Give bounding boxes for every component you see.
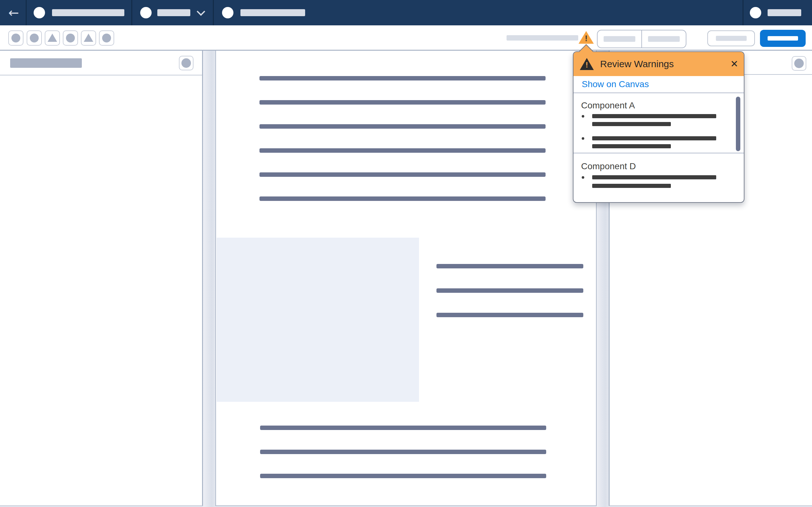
warning-triangle-icon: ! [578,31,594,44]
canvas-image-placeholder[interactable] [217,238,419,402]
back-arrow-icon: ← [8,5,19,20]
greeked-text-line [260,450,546,454]
toolbar-icon-button-1[interactable] [8,31,23,46]
popover-title: Review Warnings [600,59,674,69]
button-label-placeholder [768,36,798,41]
avatar-circle-icon [222,7,234,18]
circle-icon [794,59,804,68]
review-warnings-popover: ! Review Warnings ✕ Show on Canvas Compo… [573,51,745,203]
circle-icon [11,34,20,43]
nav-menu-primary[interactable] [34,0,124,25]
nav-label-placeholder [241,9,305,16]
bullet-icon [582,115,584,118]
nav-divider [131,0,132,25]
greeked-warning-text [592,136,716,148]
triangle-icon [48,34,57,42]
greeked-text-line [437,288,583,293]
toolbar-icon-button-2[interactable] [27,31,42,46]
close-button[interactable]: ✕ [728,58,740,70]
close-icon: ✕ [730,59,738,69]
exclamation-mark: ! [585,34,588,43]
bullet-icon [582,176,584,179]
greeked-text-line [260,426,546,430]
greeked-text-line [592,175,716,179]
greeked-text-line [260,474,546,478]
greeked-text-line [592,122,671,126]
triangle-icon [84,34,93,42]
bullet-icon [582,137,584,140]
warning-bullet-item [581,136,744,148]
toolbar-icon-button-6[interactable] [99,31,114,46]
canvas-text-component[interactable] [259,76,546,221]
secondary-action-button[interactable] [707,31,755,46]
chevron-down-icon [197,7,205,16]
nav-divider [213,0,214,25]
popover-link-row: Show on Canvas [573,76,744,93]
builder-canvas[interactable] [215,51,597,506]
scrollbar-thumb[interactable] [736,97,740,151]
greeked-text-line [437,264,583,268]
back-button[interactable]: ← [6,6,21,20]
nav-divider [26,0,27,25]
toolbar: ! [0,25,812,51]
nav-label-placeholder [52,9,124,16]
warning-section-component-d: Component D [573,153,744,201]
nav-label-placeholder [157,9,190,16]
greeked-text-line [592,184,671,188]
greeked-text-line [259,76,546,80]
greeked-text-line [259,124,546,129]
greeked-text-line [259,172,546,177]
segmented-button-group [597,30,687,48]
toolbar-icon-button-4[interactable] [63,31,78,46]
greeked-text-line [592,136,716,140]
avatar-circle-icon [750,7,761,18]
nav-label-placeholder [768,9,801,16]
greeked-text-line [259,196,546,201]
warning-section-component-a: Component A [573,93,744,153]
sidebar-collapse-button[interactable] [179,56,194,70]
warning-section-title: Component D [581,161,744,172]
circle-icon [102,34,111,43]
button-label-placeholder [716,36,747,41]
segmented-button-right[interactable] [642,31,686,48]
review-warnings-button[interactable]: ! [578,31,594,44]
exclamation-mark: ! [586,61,588,69]
nav-divider [743,0,744,25]
canvas-text-component[interactable] [260,426,546,498]
primary-action-button[interactable] [760,30,806,47]
greeked-text-line [437,313,583,317]
status-text-placeholder [507,35,578,41]
toolbar-icon-button-5[interactable] [81,31,96,46]
warning-triangle-icon: ! [580,58,594,70]
canvas-text-component[interactable] [437,264,583,337]
greeked-text-line [592,114,716,118]
popover-header: ! Review Warnings ✕ [573,52,744,76]
global-nav-bar: ← [0,0,812,25]
circle-icon [30,34,39,43]
greeked-text-line [259,148,546,153]
nav-menu-secondary[interactable] [222,0,305,25]
show-on-canvas-link[interactable]: Show on Canvas [582,79,649,89]
avatar-circle-icon [140,7,152,18]
button-label-placeholder [648,36,680,42]
panel-collapse-button[interactable] [792,56,806,71]
warning-bullet-item [581,114,744,126]
warning-bullet-item [581,175,744,188]
nav-menu-dropdown[interactable] [140,0,204,25]
greeked-warning-text [592,114,716,126]
button-label-placeholder [604,36,635,42]
toolbar-icon-button-3[interactable] [45,31,60,46]
warning-section-title: Component A [581,100,744,111]
greeked-text-line [592,144,671,148]
sidebar-title-placeholder [10,58,82,68]
circle-icon [66,34,75,43]
left-sidebar-header [0,51,202,75]
segmented-button-left[interactable] [598,31,642,48]
greeked-text-line [259,100,546,105]
avatar-circle-icon [34,7,45,18]
left-sidebar-panel [0,51,203,506]
panel-gap [203,51,215,507]
circle-icon [182,58,191,68]
nav-user-menu[interactable] [750,0,801,25]
greeked-warning-text [592,175,716,188]
